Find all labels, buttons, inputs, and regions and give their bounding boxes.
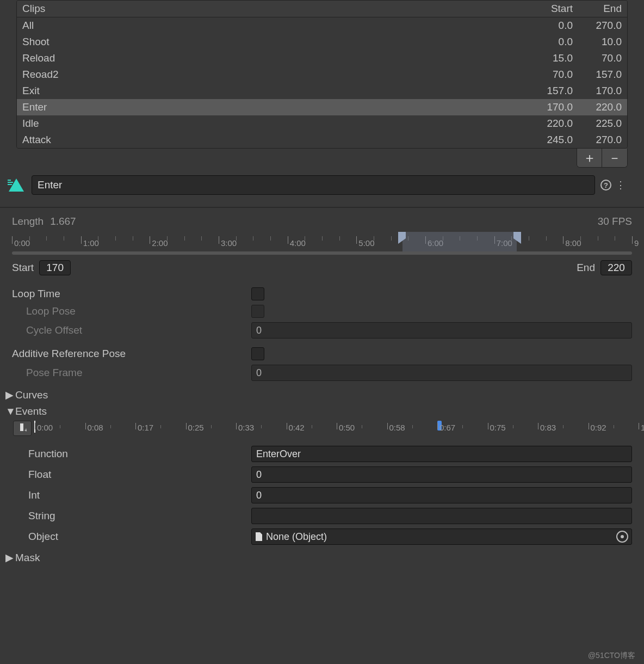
clip-name: Reoad2 <box>22 69 529 81</box>
clip-row[interactable]: Exit157.0170.0 <box>17 83 627 99</box>
timeline-scrollbar[interactable] <box>12 251 632 255</box>
clip-end: 220.0 <box>578 101 622 113</box>
events-foldout[interactable]: ▼ Events <box>5 403 639 420</box>
clip-end: 10.0 <box>578 36 622 48</box>
loop-pose-label: Loop Pose <box>12 305 251 317</box>
string-input[interactable] <box>251 508 632 524</box>
clip-end: 270.0 <box>578 20 622 32</box>
triangle-right-icon: ▶ <box>5 551 13 564</box>
cycle-offset-label: Cycle Offset <box>12 324 251 336</box>
add-event-button[interactable]: + <box>13 421 32 436</box>
clip-name: Shoot <box>22 36 529 48</box>
clip-start: 170.0 <box>529 101 573 113</box>
loop-pose-checkbox[interactable] <box>251 305 264 318</box>
function-input[interactable] <box>251 446 632 462</box>
clip-row[interactable]: Enter170.0220.0 <box>17 99 627 115</box>
svg-text:+: + <box>24 427 27 433</box>
mask-foldout[interactable]: ▶ Mask <box>5 549 639 566</box>
pose-frame-label: Pose Frame <box>12 367 251 379</box>
float-label: Float <box>28 469 251 481</box>
clip-row[interactable]: Attack245.0270.0 <box>17 132 627 148</box>
clip-end: 225.0 <box>578 118 622 130</box>
clip-row[interactable]: Shoot0.010.0 <box>17 34 627 50</box>
object-picker-icon[interactable] <box>616 531 628 543</box>
string-label: String <box>28 510 251 522</box>
clip-row[interactable]: Idle220.0225.0 <box>17 115 627 132</box>
float-input[interactable] <box>251 466 632 483</box>
remove-clip-button[interactable]: － <box>602 149 627 167</box>
clip-start: 245.0 <box>529 134 573 146</box>
watermark: @51CTO博客 <box>588 651 635 661</box>
clips-header: Clips Start End <box>17 1 627 17</box>
pose-frame-input[interactable] <box>251 365 632 381</box>
additive-ref-checkbox[interactable] <box>251 347 264 360</box>
int-label: Int <box>28 489 251 501</box>
timeline-range[interactable] <box>403 232 517 251</box>
clip-row[interactable]: Reload15.070.0 <box>17 50 627 66</box>
clip-start: 0.0 <box>529 36 573 48</box>
kebab-menu-icon[interactable]: ⋮ <box>614 179 628 191</box>
clip-row[interactable]: All0.0270.0 <box>17 17 627 34</box>
clip-name: Attack <box>22 134 529 146</box>
clip-start: 220.0 <box>529 118 573 130</box>
clip-start: 0.0 <box>529 20 573 32</box>
document-icon <box>255 532 263 541</box>
svg-rect-1 <box>8 180 11 181</box>
help-icon[interactable]: ? <box>600 180 611 190</box>
clip-end: 170.0 <box>578 85 622 97</box>
int-input[interactable] <box>251 487 632 503</box>
end-label: End <box>577 262 595 274</box>
svg-rect-2 <box>8 182 13 183</box>
range-end-handle[interactable] <box>512 232 521 244</box>
clips-header-name: Clips <box>22 3 529 15</box>
loop-time-checkbox[interactable] <box>251 287 264 300</box>
clip-start: 157.0 <box>529 85 573 97</box>
clip-end: 70.0 <box>578 52 622 64</box>
divider <box>0 207 644 208</box>
clip-name-input[interactable] <box>32 175 595 195</box>
clip-end: 270.0 <box>578 134 622 146</box>
clip-end: 157.0 <box>578 69 622 81</box>
clips-header-end: End <box>578 3 622 15</box>
length-row: Length 1.667 30 FPS <box>12 212 632 231</box>
clip-name: Idle <box>22 118 529 130</box>
clip-name: Reload <box>22 52 529 64</box>
function-label: Function <box>28 448 251 460</box>
clip-add-remove: ＋ － <box>577 149 628 168</box>
fps-label: 30 FPS <box>598 216 632 228</box>
clip-name: All <box>22 20 529 32</box>
curves-foldout[interactable]: ▶ Curves <box>5 386 639 403</box>
object-field[interactable]: None (Object) <box>251 528 632 545</box>
clip-name: Exit <box>22 85 529 97</box>
triangle-right-icon: ▶ <box>5 389 13 401</box>
additive-ref-label: Additive Reference Pose <box>12 348 251 360</box>
length-value: 1.667 <box>50 216 76 228</box>
triangle-down-icon: ▼ <box>5 405 13 417</box>
add-clip-button[interactable]: ＋ <box>577 149 602 167</box>
object-value: None (Object) <box>266 531 613 543</box>
start-label: Start <box>12 262 34 274</box>
clip-start: 15.0 <box>529 52 573 64</box>
clips-table: Clips Start End All0.0270.0Shoot0.010.0R… <box>16 0 628 149</box>
clips-header-start: Start <box>529 3 573 15</box>
length-label: Length <box>12 216 44 228</box>
events-timeline[interactable]: 0:000:080:170:250:330:420:500:580:670:75… <box>35 421 639 437</box>
object-label: Object <box>28 531 251 543</box>
clip-name: Enter <box>22 101 529 113</box>
clip-row[interactable]: Reoad270.0157.0 <box>17 66 627 83</box>
loop-time-label: Loop Time <box>12 288 251 300</box>
range-start-handle[interactable] <box>398 232 407 244</box>
animation-clip-icon <box>7 175 26 195</box>
svg-rect-4 <box>20 423 23 431</box>
end-value-input[interactable]: 220 <box>600 260 632 275</box>
timeline-ruler[interactable]: 0:001:002:003:004:005:006:007:008:009 <box>12 232 632 251</box>
start-value-input[interactable]: 170 <box>39 260 71 275</box>
clip-start: 70.0 <box>529 69 573 81</box>
cycle-offset-input[interactable] <box>251 322 632 339</box>
svg-rect-3 <box>8 184 12 185</box>
